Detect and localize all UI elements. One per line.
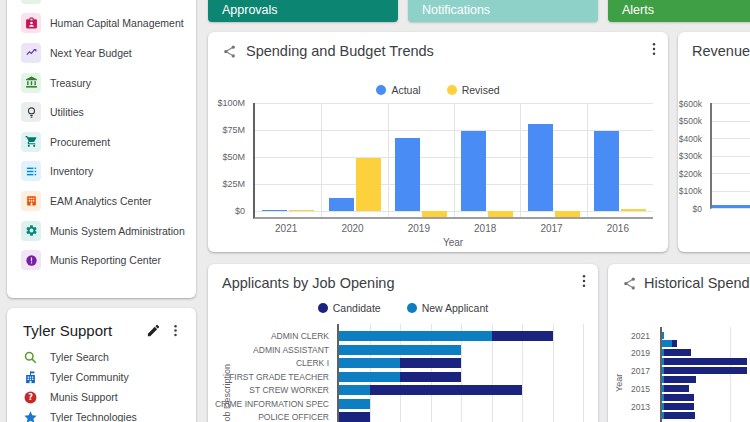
x-tick-label: 2018 [474, 223, 496, 234]
support-item-tyler-community[interactable]: Tyler Community [7, 367, 196, 387]
cart-icon [25, 135, 38, 148]
sidebar-menu-list: Human Capital ManagementNext Year Budget… [7, 0, 196, 275]
help-icon: ? [23, 390, 38, 405]
legend-item-new-applicant: New Applicant [407, 302, 489, 314]
bar-row-2017 [662, 367, 747, 374]
sidebar-item-label: EAM Analytics Center [50, 195, 152, 207]
sidebar-item-munis-system-administration[interactable]: Munis System Administration [7, 216, 196, 246]
y-tick-label: $400k [679, 134, 702, 144]
x-tick-label: 2020 [341, 223, 363, 234]
sidebar-item-label: Munis System Administration [50, 225, 185, 237]
sidebar-item-inventory[interactable]: Inventory [7, 157, 196, 187]
bar-actual-2018 [461, 131, 486, 211]
share-icon[interactable] [222, 44, 237, 63]
category-label: POLICE OFFICER [258, 412, 329, 422]
legend-item-revised: Revised [447, 84, 500, 96]
share-icon[interactable] [622, 276, 637, 295]
icon-box [21, 73, 41, 93]
bar-revised-2018 [488, 211, 513, 217]
bar-actual-2019 [395, 138, 420, 211]
sidebar-item-label: Next Year Budget [50, 47, 132, 59]
icon-box [21, 102, 41, 122]
icon-box [21, 43, 41, 63]
gridline [321, 103, 322, 217]
sidebar-item-procurement[interactable]: Procurement [7, 127, 196, 157]
applicants-legend: CandidateNew Applicant [208, 302, 598, 314]
x-tick-label: 2017 [540, 223, 562, 234]
support-item-tyler-search[interactable]: Tyler Search [7, 347, 196, 367]
spending-y-axis: $100M$75M$50M$25M$0 [208, 103, 250, 219]
bar-row-admin-clerk [339, 331, 553, 341]
support-item-munis-support[interactable]: ?Munis Support [7, 387, 196, 407]
tab-alerts[interactable]: Alerts [608, 0, 750, 22]
y-tick-label: $0 [235, 206, 245, 216]
edit-icon[interactable] [142, 319, 164, 341]
gridline [587, 103, 588, 217]
bar-row-crime-information-spec [339, 399, 370, 409]
bar-actual-2021 [262, 210, 287, 212]
kebab-menu-icon[interactable] [164, 319, 186, 341]
sidebar-item-label: Treasury [50, 77, 91, 89]
historical-category-labels: 20212019201720152013 [608, 327, 655, 422]
bar-row-2014 [662, 394, 694, 401]
gridline [712, 121, 750, 122]
legend-item-candidate: Candidate [318, 302, 381, 314]
y-tick-label: $50M [222, 152, 245, 162]
factory-icon [25, 194, 38, 207]
star-icon [23, 410, 38, 422]
legend-dot [318, 303, 328, 313]
gear-icon [25, 224, 38, 237]
sidebar-item-treasury[interactable]: Treasury [7, 68, 196, 98]
applicants-by-job-opening-card: Applicants by Job Opening CandidateNew A… [208, 264, 598, 422]
bar-row-2013 [662, 403, 694, 410]
support-item-label: Tyler Search [50, 351, 109, 363]
applicants-card-title: Applicants by Job Opening [222, 275, 395, 291]
sidebar-item-partial[interactable] [7, 0, 196, 9]
revenue-line [712, 205, 750, 208]
category-label: ADMIN CLERK [271, 331, 329, 341]
legend-item-actual: Actual [376, 84, 420, 96]
sidebar-menu-card: Human Capital ManagementNext Year Budget… [7, 0, 196, 298]
kebab-menu-icon[interactable] [646, 41, 662, 61]
sidebar-item-munis-reporting-center[interactable]: Munis Reporting Center [7, 245, 196, 275]
support-item-tyler-technologies[interactable]: Tyler Technologies [7, 407, 196, 422]
gridline [712, 173, 750, 174]
bar-row-2019 [662, 349, 691, 356]
bar-segment-new-applicant [339, 399, 370, 409]
support-item-label: Tyler Technologies [50, 411, 137, 422]
sidebar-item-label: Inventory [50, 165, 93, 177]
community-icon [23, 370, 38, 385]
bar-revised-2016 [621, 209, 646, 211]
bar-revised-2021 [289, 210, 314, 212]
legend-dot [376, 85, 386, 95]
legend-dot [447, 85, 457, 95]
category-label: CRIME INFORMATION SPEC [215, 399, 329, 409]
spending-x-axis: 202120202019201820172016 [253, 223, 653, 235]
gridline [712, 191, 750, 192]
tyler-support-header: Tyler Support [7, 308, 196, 347]
bar-row-first-grade-teacher [339, 372, 461, 382]
y-tick-label: $0 [693, 204, 702, 214]
sidebar-item-utilities[interactable]: Utilities [7, 97, 196, 127]
tab-notifications[interactable]: Notifications [408, 0, 598, 22]
bar-revised-2019 [422, 211, 447, 217]
bar-actual-2017 [528, 124, 553, 211]
sidebar-item-eam-analytics-center[interactable]: EAM Analytics Center [7, 186, 196, 216]
x-tick-label: 2016 [607, 223, 629, 234]
gridline [712, 103, 750, 104]
y-tick-label: $100k [679, 186, 702, 196]
tab-approvals[interactable]: Approvals [208, 0, 398, 22]
revenue-plot [710, 103, 750, 209]
bar-actual-2020 [329, 198, 354, 211]
bar-segment-1 [664, 358, 747, 365]
kebab-menu-icon[interactable] [576, 273, 592, 293]
tyler-support-title: Tyler Support [23, 322, 142, 339]
x-tick-label: 2021 [275, 223, 297, 234]
bar-row-clerk-i [339, 358, 461, 368]
sidebar-item-next-year-budget[interactable]: Next Year Budget [7, 38, 196, 68]
y-tick-label: $300k [679, 151, 702, 161]
sidebar-item-human-capital-management[interactable]: Human Capital Management [7, 9, 196, 39]
legend-label: Revised [462, 84, 500, 96]
category-label: CLERK I [296, 358, 329, 368]
legend-label: New Applicant [422, 302, 489, 314]
